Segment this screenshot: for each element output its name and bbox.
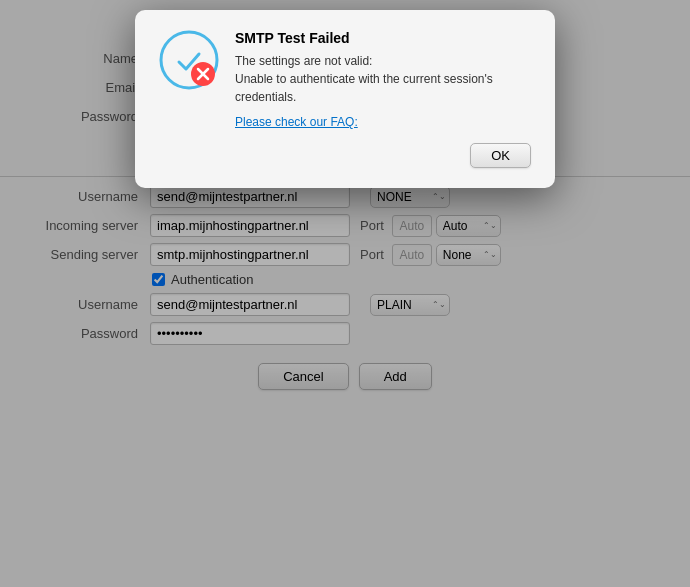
modal-title: SMTP Test Failed	[235, 30, 531, 46]
modal-footer: OK	[159, 143, 531, 168]
modal-overlay: SMTP Test Failed The settings are not va…	[0, 0, 690, 587]
modal-content: SMTP Test Failed The settings are not va…	[159, 30, 531, 129]
modal-body: The settings are not valid: Unable to au…	[235, 52, 531, 106]
faq-link[interactable]: Please check our FAQ:	[235, 115, 358, 129]
modal-body-line1: The settings are not valid:	[235, 54, 372, 68]
smtp-fail-icon	[159, 30, 219, 90]
modal-dialog: SMTP Test Failed The settings are not va…	[135, 10, 555, 188]
modal-body-line2: Unable to authenticate with the current …	[235, 72, 493, 104]
ok-button[interactable]: OK	[470, 143, 531, 168]
modal-text-area: SMTP Test Failed The settings are not va…	[235, 30, 531, 129]
